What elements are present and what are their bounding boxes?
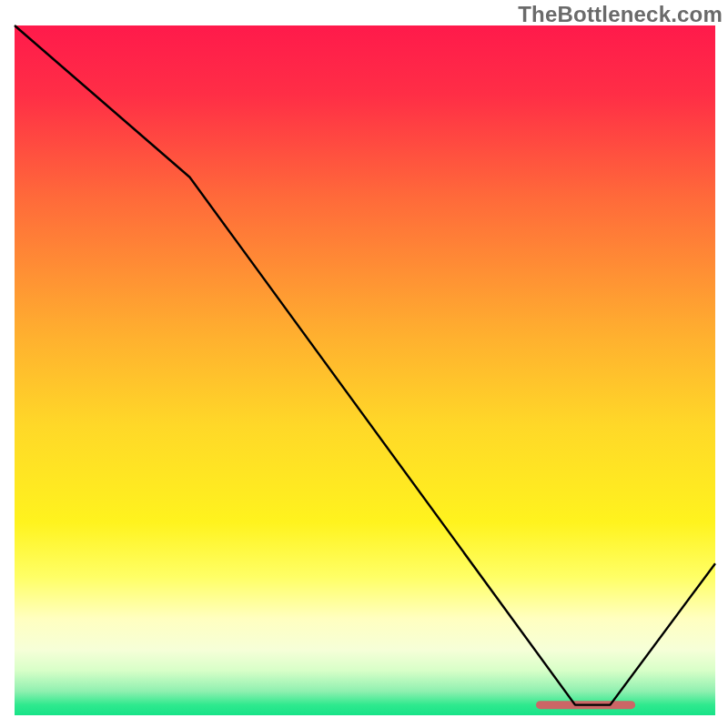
plot-background bbox=[15, 25, 715, 715]
bottleneck-chart bbox=[0, 0, 728, 728]
chart-container: TheBottleneck.com bbox=[0, 0, 728, 728]
watermark-text: TheBottleneck.com bbox=[518, 2, 723, 27]
